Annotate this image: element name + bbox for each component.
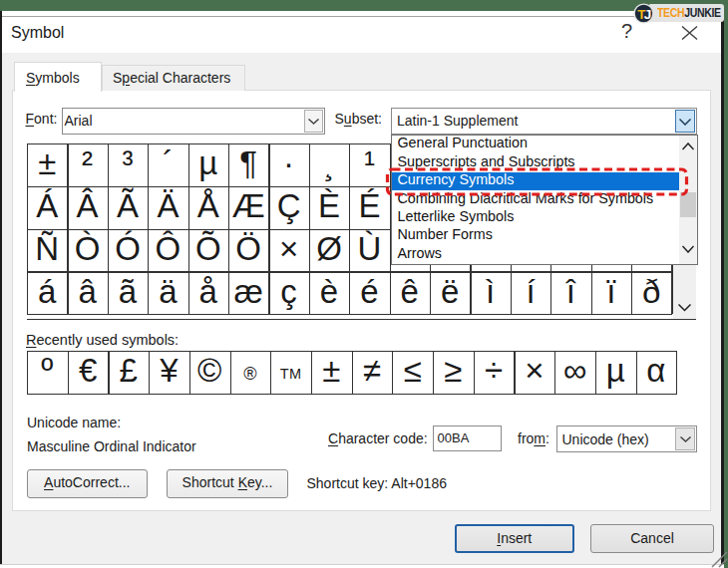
- svg-text:J: J: [643, 6, 651, 21]
